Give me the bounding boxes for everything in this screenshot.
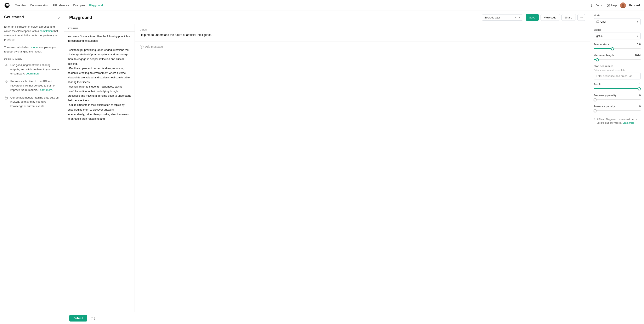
playground-title: Playground: [69, 15, 479, 20]
user-role-label: USER: [140, 29, 585, 31]
more-button[interactable]: ···: [578, 14, 585, 21]
share-button[interactable]: Share: [562, 14, 576, 21]
topnav-right: Forum Help Personal: [591, 3, 640, 8]
model-link[interactable]: model: [31, 46, 38, 49]
presence-penalty-value: 0: [639, 105, 641, 108]
svg-rect-7: [5, 97, 8, 99]
center-panel: Playground Socratic tutor ✕ ▾ Save View …: [64, 11, 590, 324]
temperature-fill: [594, 48, 612, 49]
lightning-icon: [4, 80, 8, 84]
freq-penalty-slider[interactable]: [594, 98, 641, 101]
message-panels: SYSTEM You are a Socratic tutor. Use the…: [64, 24, 590, 312]
temperature-value: 0.8: [637, 43, 641, 46]
nav-api-reference[interactable]: API reference: [53, 4, 69, 7]
add-message-label: Add message: [145, 45, 163, 48]
system-content[interactable]: You are a Socratic tutor. Use the follow…: [64, 32, 134, 312]
mode-chevron-icon: ▾: [637, 20, 638, 23]
freq-penalty-track: [594, 99, 641, 100]
sidebar-model-text: You can control which model completes yo…: [4, 45, 60, 54]
freq-penalty-thumb[interactable]: [594, 98, 596, 101]
sidebar-intro: Enter an instruction or select a preset,…: [4, 25, 60, 42]
lock-learn-more-link[interactable]: Learn more: [623, 122, 634, 124]
topnav: Overview Documentation API reference Exa…: [0, 0, 644, 11]
top-p-control: Top P 1: [594, 83, 641, 90]
freq-penalty-label: Frequency penalty: [594, 94, 616, 97]
top-p-thumb[interactable]: [638, 87, 641, 90]
stop-sequences-hint: Enter sequence and press Tab: [594, 69, 641, 71]
model-chevron-icon: ▾: [637, 35, 638, 38]
forum-label: Forum: [596, 4, 603, 7]
preset-clear-button[interactable]: ✕: [514, 16, 516, 19]
save-button[interactable]: Save: [526, 14, 539, 21]
max-length-label: Maximum length: [594, 54, 614, 57]
presence-penalty-slider[interactable]: [594, 109, 641, 112]
keep-in-mind-title: KEEP IN MIND: [4, 58, 60, 61]
system-label: SYSTEM: [64, 24, 134, 32]
preset-chevron-icon: ▾: [519, 16, 520, 19]
stop-sequences-input[interactable]: [594, 73, 641, 80]
preset-selector[interactable]: Socratic tutor ✕ ▾: [482, 15, 523, 21]
mode-dropdown[interactable]: Chat ▾: [594, 18, 641, 25]
top-p-fill: [594, 88, 641, 89]
nav-overview[interactable]: Overview: [15, 4, 26, 7]
nav-examples[interactable]: Examples: [73, 4, 85, 7]
sidebar-item-2: Our default models' training data cuts o…: [4, 96, 60, 109]
max-length-value: 1024: [635, 54, 641, 57]
freq-penalty-control: Frequency penalty 0: [594, 94, 641, 101]
openai-logo: [4, 3, 10, 8]
arrow-icon: [4, 63, 8, 67]
add-message-icon: +: [140, 45, 144, 49]
top-p-slider[interactable]: [594, 87, 641, 90]
user-name[interactable]: Personal: [629, 4, 640, 7]
nav-playground[interactable]: Playground: [89, 4, 103, 7]
bottom-bar: Submit: [64, 312, 590, 324]
calendar-icon: [4, 96, 8, 100]
view-code-button[interactable]: View code: [540, 14, 560, 21]
user-message: USER Help me to understand the future of…: [135, 24, 590, 42]
lock-icon: [594, 118, 595, 121]
conversation-panel: USER Help me to understand the future of…: [135, 24, 590, 312]
completion-link[interactable]: completion: [40, 30, 53, 33]
help-label: Help: [611, 4, 617, 7]
model-dropdown[interactable]: gpt-4 ▾: [594, 33, 641, 40]
temperature-slider[interactable]: [594, 47, 641, 50]
sidebar-item-text-0: Use good judgment when sharing outputs, …: [10, 63, 60, 76]
model-control: Model gpt-4 ▾: [594, 29, 641, 40]
lock-notice-text: API and Playground requests will not be …: [597, 118, 641, 124]
learn-more-link-0[interactable]: Learn more.: [26, 72, 40, 75]
mode-value: Chat: [600, 20, 637, 23]
history-button[interactable]: [90, 315, 96, 321]
forum-button[interactable]: Forum: [591, 4, 603, 7]
system-panel: SYSTEM You are a Socratic tutor. Use the…: [64, 24, 135, 312]
nav-documentation[interactable]: Documentation: [30, 4, 48, 7]
sidebar-items: Use good judgment when sharing outputs, …: [4, 63, 60, 109]
main-layout: Get started ✕ Enter an instruction or se…: [0, 11, 644, 324]
user-avatar[interactable]: [620, 3, 626, 8]
max-length-thumb[interactable]: [596, 58, 599, 61]
top-p-label: Top P: [594, 83, 601, 86]
presence-penalty-control: Presence penalty 0: [594, 105, 641, 112]
max-length-track: [594, 59, 641, 60]
chat-area: SYSTEM You are a Socratic tutor. Use the…: [64, 24, 590, 324]
temperature-thumb[interactable]: [611, 47, 614, 50]
svg-point-3: [622, 4, 624, 6]
model-value: gpt-4: [596, 35, 637, 38]
max-length-control: Maximum length 1024: [594, 54, 641, 61]
add-message-button[interactable]: + Add message: [135, 42, 590, 52]
chat-icon: [596, 20, 599, 23]
sidebar-close-button[interactable]: ✕: [57, 16, 60, 20]
user-message-text[interactable]: Help me to understand the future of arti…: [140, 33, 585, 37]
stop-sequences-label: Stop sequences: [594, 65, 641, 68]
sidebar-title: Get started: [4, 15, 24, 19]
top-p-value: 1: [639, 83, 641, 86]
model-label: Model: [594, 29, 641, 31]
header-buttons: Save View code Share ···: [526, 14, 585, 21]
right-panel: Mode Chat ▾ Model gpt-4 ▾ Temperature 0.…: [590, 11, 644, 324]
presence-penalty-thumb[interactable]: [594, 109, 596, 112]
learn-more-link-1[interactable]: Learn more.: [38, 88, 53, 92]
stop-sequences-control: Stop sequences Enter sequence and press …: [594, 65, 641, 80]
submit-button[interactable]: Submit: [69, 315, 87, 321]
max-length-slider[interactable]: [594, 58, 641, 61]
lock-notice: API and Playground requests will not be …: [594, 116, 641, 124]
help-button[interactable]: Help: [607, 4, 617, 7]
